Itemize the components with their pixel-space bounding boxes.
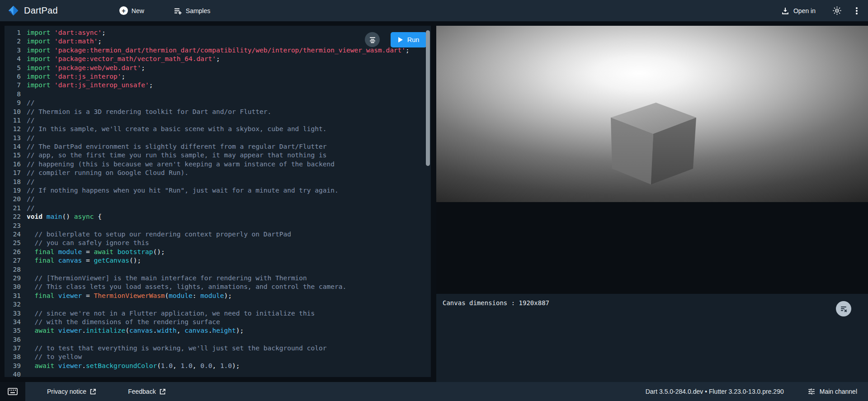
preview-background — [436, 202, 868, 294]
code-line: 9// — [5, 99, 431, 107]
line-number: 6 — [5, 72, 21, 81]
open-in-new-icon — [90, 388, 96, 395]
code-line: 39 await viewer.setBackgroundColor(1.0, … — [5, 362, 431, 370]
open-in-label: Open in — [793, 7, 816, 14]
code-text: // — [27, 116, 34, 125]
header: DartPad + New Samples Open in — [0, 0, 868, 21]
code-line: 32 — [5, 300, 431, 309]
render-viewport[interactable] — [436, 26, 868, 202]
dartpad-app: DartPad + New Samples Open in — [0, 0, 868, 401]
code-text: import 'package:web/web.dart'; — [27, 64, 145, 72]
open-in-new-icon — [159, 388, 166, 395]
line-number: 21 — [5, 204, 21, 212]
code-text: import 'package:vector_math/vector_math_… — [27, 55, 220, 63]
line-number: 12 — [5, 125, 21, 133]
code-line: 7import 'dart:js_interop_unsafe'; — [5, 81, 431, 90]
line-number: 16 — [5, 160, 21, 169]
code-text: // — [27, 204, 34, 212]
privacy-notice-link[interactable]: Privacy notice — [44, 387, 99, 396]
code-line: 19// If nothing happens when you hit "Ru… — [5, 186, 431, 195]
code-text: // happening (this is because we aren't … — [27, 160, 335, 169]
code-line: 27 final canvas = getCanvas(); — [5, 256, 431, 265]
app-title: DartPad — [24, 5, 58, 16]
line-number: 32 — [5, 300, 21, 309]
code-text: import 'dart:js_interop'; — [27, 72, 125, 81]
code-text: void main() async { — [27, 212, 102, 221]
code-text: // since we're not in a Flutter applicat… — [27, 309, 315, 318]
line-number: 9 — [5, 99, 21, 107]
line-number: 20 — [5, 195, 21, 203]
keyboard-shortcuts-button[interactable] — [0, 382, 25, 401]
code-text: import 'package:thermion_dart/thermion_d… — [27, 46, 410, 55]
console-panel: Canvas dimensions : 868x401 — [436, 294, 868, 382]
format-button[interactable] — [365, 32, 380, 47]
line-number: 33 — [5, 309, 21, 318]
channel-label: Main channel — [820, 388, 857, 395]
line-number: 31 — [5, 292, 21, 300]
version-info: Dart 3.5.0-284.0.dev • Flutter 3.23.0-13… — [646, 388, 784, 395]
code-line: 14// The DartPad environment is slightly… — [5, 142, 431, 151]
line-number: 30 — [5, 283, 21, 291]
footer: Privacy notice Feedback Dart 3.5.0-284.0… — [0, 382, 868, 401]
code-line: 37 // to test that everything is working… — [5, 344, 431, 353]
line-number: 25 — [5, 239, 21, 247]
clear-console-button[interactable] — [836, 301, 851, 316]
code-line: 20// — [5, 195, 431, 203]
code-text: // — [27, 134, 34, 142]
line-number: 5 — [5, 64, 21, 72]
code-line: 38 // to yellow — [5, 353, 431, 361]
code-line: 6import 'dart:js_interop'; — [5, 72, 431, 81]
code-line: 35 await viewer.initialize(canvas.width,… — [5, 326, 431, 335]
code-text: import 'dart:js_interop_unsafe'; — [27, 81, 153, 90]
feedback-link[interactable]: Feedback — [125, 387, 168, 396]
code-text: await viewer.setBackgroundColor(1.0, 1.0… — [27, 362, 240, 370]
code-line: 24 // boilerplate to setup our rendering… — [5, 230, 431, 239]
run-button[interactable]: Run — [391, 32, 427, 47]
samples-button[interactable]: Samples — [169, 4, 215, 18]
line-number: 15 — [5, 151, 21, 160]
code-line: 21// — [5, 204, 431, 212]
code-editor[interactable]: 1import 'dart:async';2import 'dart:math'… — [5, 26, 431, 377]
line-number: 24 — [5, 230, 21, 239]
code-text: // Thermion is a 3D rendering toolkit fo… — [27, 108, 271, 116]
line-number: 26 — [5, 248, 21, 256]
code-line: 28 — [5, 265, 431, 274]
logo: DartPad — [7, 5, 58, 17]
channel-selector[interactable]: Main channel — [805, 387, 860, 396]
format-icon — [369, 36, 376, 43]
privacy-notice-label: Privacy notice — [47, 388, 86, 395]
clear-console-icon — [840, 305, 848, 313]
brightness-icon — [832, 6, 842, 15]
code-text: final canvas = getCanvas(); — [27, 256, 141, 265]
code-text: // In this sample, we'll create a basic … — [27, 125, 326, 133]
new-button[interactable]: + New — [115, 4, 149, 18]
editor-scrollbar[interactable] — [426, 30, 430, 166]
plus-icon: + — [119, 6, 128, 15]
code-text: // [ThermionViewer] is the main interfac… — [27, 274, 307, 283]
overflow-menu-button[interactable] — [848, 2, 865, 19]
line-number: 37 — [5, 344, 21, 353]
code-line: 25 // you can safely ignore this — [5, 239, 431, 247]
code-line: 10// Thermion is a 3D rendering toolkit … — [5, 108, 431, 116]
line-number: 40 — [5, 370, 21, 379]
keyboard-icon — [8, 388, 18, 395]
code-line: 30 // This class lets you load assets, l… — [5, 283, 431, 291]
line-number: 27 — [5, 256, 21, 265]
code-text: // — [27, 99, 34, 107]
line-number: 18 — [5, 178, 21, 186]
dart-logo-icon — [7, 5, 19, 17]
code-line: 18// — [5, 178, 431, 186]
code-text: // This class lets you load assets, ligh… — [27, 283, 346, 291]
code-line: 13// — [5, 134, 431, 142]
samples-button-label: Samples — [186, 7, 210, 14]
code-line: 22void main() async { — [5, 212, 431, 221]
code-text: // boilerplate to setup our rendering co… — [27, 230, 291, 239]
open-in-button[interactable]: Open in — [776, 4, 820, 18]
code-line: 33 // since we're not in a Flutter appli… — [5, 309, 431, 318]
line-number: 14 — [5, 142, 21, 151]
code-line: 16// happening (this is because we aren'… — [5, 160, 431, 169]
theme-toggle-button[interactable] — [828, 2, 845, 19]
line-number: 29 — [5, 274, 21, 283]
code-line: 5import 'package:web/web.dart'; — [5, 64, 431, 72]
line-number: 38 — [5, 353, 21, 361]
